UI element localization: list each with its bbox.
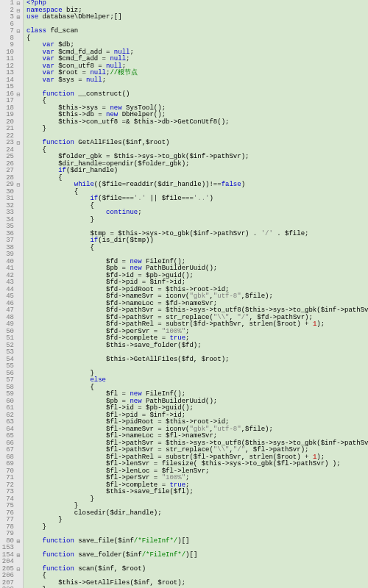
code-line[interactable]: use database\DbHelper;[] (26, 14, 368, 21)
fold-marker[interactable]: ⊟ (15, 140, 21, 147)
code-line[interactable]: class fd_scan (26, 28, 368, 35)
code-line[interactable]: } (26, 517, 368, 524)
fold-marker[interactable]: ⊟ (15, 28, 21, 35)
code-line[interactable]: var $sys = null; (26, 77, 368, 85)
code-line[interactable]: function scan($inf, $root) (26, 566, 368, 573)
code-line[interactable]: } (26, 126, 368, 133)
code-line[interactable]: $this->save_folder($fd); (26, 343, 368, 350)
code-line[interactable]: function __construct() (26, 91, 368, 98)
code-line[interactable]: $this->con_utf8 =& $this->db->GetConUtf8… (26, 119, 368, 126)
code-editor-content[interactable]: <?phpnamespace biz;use database\DbHelper… (24, 0, 368, 588)
code-line[interactable]: } (26, 217, 368, 224)
fold-marker[interactable]: ⊟ (15, 0, 21, 7)
code-line[interactable]: function save_folder($inf/*FileInf*/)[] (26, 552, 368, 559)
code-line[interactable]: function save_file($inf/*FileInf*/)[] (26, 538, 368, 545)
fold-marker[interactable]: ⊟ (15, 182, 21, 189)
fold-marker[interactable]: ⊟ (15, 91, 21, 98)
fold-marker[interactable]: ⊟ (15, 7, 21, 15)
fold-marker[interactable]: ⊟ (15, 566, 21, 573)
code-line[interactable]: closedir($dir_handle); (26, 510, 368, 517)
code-line[interactable]: if($dir_handle) (26, 168, 368, 175)
line-number-gutter: 1⊟2⊟3⊞67⊟8910111213141516⊟17181920212223… (0, 0, 24, 588)
code-line[interactable]: { (26, 245, 368, 252)
code-line[interactable]: { (26, 35, 368, 43)
code-line[interactable]: } (26, 524, 368, 531)
code-line[interactable]: function GetAllFiles($inf,$root) (26, 140, 368, 147)
code-line[interactable]: $this->GetAllFiles($inf, $root); (26, 580, 368, 587)
fold-marker[interactable]: ⊞ (15, 538, 21, 545)
fold-marker[interactable]: ⊞ (15, 552, 21, 559)
fold-marker[interactable]: ⊞ (15, 14, 21, 21)
code-line[interactable]: $this->GetAllFiles($fd, $root); (26, 356, 368, 364)
